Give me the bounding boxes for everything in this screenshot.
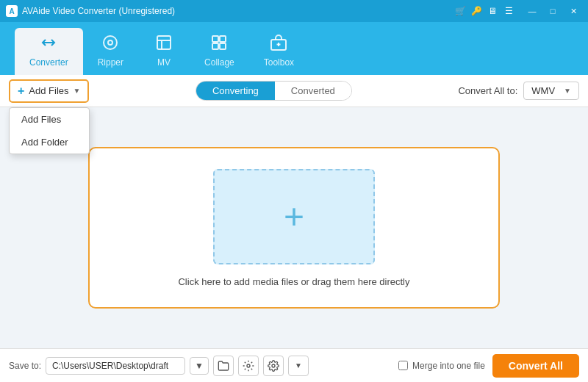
merge-label-text: Merge into one file xyxy=(412,361,485,371)
mv-icon xyxy=(155,34,173,54)
add-files-dropdown: Add Files Add Folder xyxy=(9,107,90,154)
maximize-button[interactable]: □ xyxy=(544,4,562,18)
nav-tab-toolbox[interactable]: Toolbox xyxy=(249,28,309,75)
nav-tab-converter-label: Converter xyxy=(29,57,68,68)
minimize-button[interactable]: — xyxy=(523,4,541,18)
folder-open-icon[interactable] xyxy=(213,356,234,376)
toolbox-icon xyxy=(270,34,287,54)
svg-rect-5 xyxy=(212,43,218,49)
footer-left: Save to: ▼ ▼ xyxy=(9,356,309,376)
title-bar-left: A AVAide Video Converter (Unregistered) xyxy=(6,5,175,17)
app-logo: A xyxy=(6,5,18,17)
merge-checkbox-label[interactable]: Merge into one file xyxy=(398,361,485,371)
nav-tab-collage-label: Collage xyxy=(204,57,234,68)
dropdown-arrow-icon: ▼ xyxy=(74,87,81,95)
convert-all-group: Convert All to: WMV ▼ xyxy=(458,82,579,100)
close-button[interactable]: ✕ xyxy=(564,4,582,18)
toolbar-left: + Add Files ▼ Add Files Add Folder xyxy=(9,79,89,103)
tab-converted[interactable]: Converted xyxy=(275,82,351,100)
svg-rect-6 xyxy=(220,43,226,49)
svg-rect-2 xyxy=(157,36,171,49)
monitor-icon[interactable]: 🖥 xyxy=(485,4,500,18)
drop-hint-text: Click here to add media files or drag th… xyxy=(178,276,409,287)
tab-converting[interactable]: Converting xyxy=(196,82,275,100)
format-select[interactable]: WMV ▼ xyxy=(523,82,579,100)
footer: Save to: ▼ ▼ xyxy=(0,348,588,382)
save-to-label: Save to: xyxy=(9,361,41,371)
path-dropdown-button[interactable]: ▼ xyxy=(190,357,209,375)
svg-rect-4 xyxy=(220,36,226,42)
svg-point-11 xyxy=(272,364,275,367)
format-value: WMV xyxy=(531,85,555,96)
add-folder-item[interactable]: Add Folder xyxy=(10,131,89,154)
preferences-icon[interactable] xyxy=(263,356,284,376)
settings-icon[interactable] xyxy=(238,356,259,376)
plus-icon: + xyxy=(18,84,24,98)
title-right-icons: 🛒 🔑 🖥 ☰ xyxy=(453,4,516,18)
nav-tab-collage[interactable]: Collage xyxy=(190,28,249,75)
svg-point-0 xyxy=(104,36,117,49)
nav-tab-ripper[interactable]: Ripper xyxy=(83,28,138,75)
footer-right: Merge into one file Convert All xyxy=(398,354,579,378)
key-icon[interactable]: 🔑 xyxy=(469,4,484,18)
converter-icon xyxy=(40,34,57,54)
cart-icon[interactable]: 🛒 xyxy=(453,4,467,18)
convert-all-button[interactable]: Convert All xyxy=(492,354,579,378)
converting-tabs: Converting Converted xyxy=(196,81,352,101)
nav-tab-converter[interactable]: Converter xyxy=(15,28,83,75)
app-title: AVAide Video Converter (Unregistered) xyxy=(22,6,175,16)
svg-point-1 xyxy=(108,40,112,45)
add-files-label: Add Files xyxy=(29,85,68,96)
merge-checkbox-input[interactable] xyxy=(398,361,408,370)
title-bar: A AVAide Video Converter (Unregistered) … xyxy=(0,0,588,22)
add-files-item[interactable]: Add Files xyxy=(10,108,89,131)
nav-tab-mv-label: MV xyxy=(157,57,171,68)
drop-zone-outer[interactable]: + Click here to add media files or drag … xyxy=(88,147,500,309)
add-media-icon: + xyxy=(284,199,304,234)
nav-tab-toolbox-label: Toolbox xyxy=(264,57,294,68)
ripper-icon xyxy=(101,34,119,54)
toolbar: + Add Files ▼ Add Files Add Folder Conve… xyxy=(0,75,588,107)
menu-icon[interactable]: ☰ xyxy=(501,4,516,18)
convert-all-to-label: Convert All to: xyxy=(458,85,517,96)
drop-zone-inner[interactable]: + xyxy=(213,169,375,264)
add-files-button[interactable]: + Add Files ▼ xyxy=(9,79,89,103)
nav-tab-ripper-label: Ripper xyxy=(98,57,123,68)
footer-icons: ▼ xyxy=(213,356,309,376)
collage-icon xyxy=(210,34,228,54)
svg-point-10 xyxy=(247,364,250,367)
window-controls: — □ ✕ xyxy=(523,4,582,18)
dropdown-options-button[interactable]: ▼ xyxy=(288,356,309,376)
nav-bar: Converter Ripper MV Collag xyxy=(0,22,588,75)
save-path-input[interactable] xyxy=(46,357,185,375)
nav-tab-mv[interactable]: MV xyxy=(138,28,190,75)
svg-rect-3 xyxy=(212,36,218,42)
format-dropdown-arrow: ▼ xyxy=(564,87,571,95)
